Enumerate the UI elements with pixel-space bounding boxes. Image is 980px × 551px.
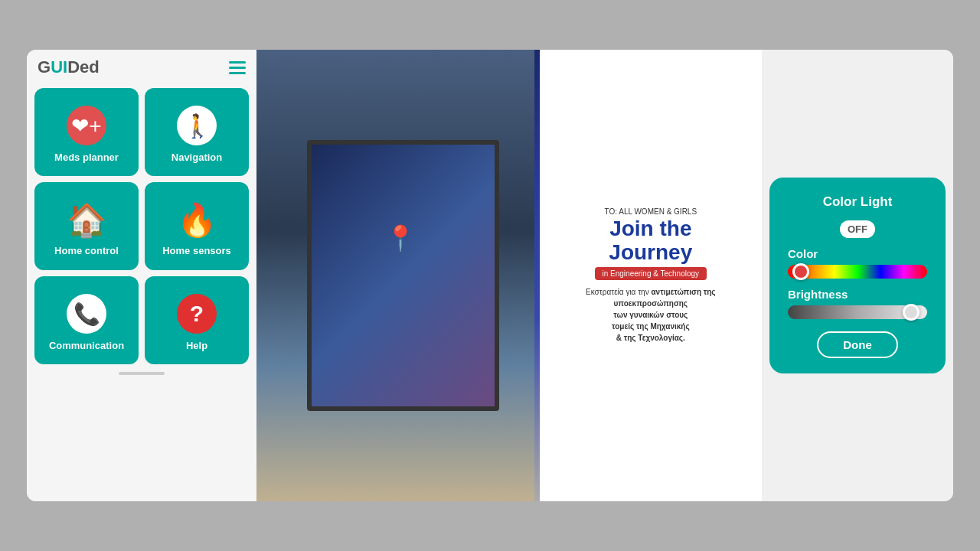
toggle-state-label: OFF (848, 223, 867, 235)
card-title: Color Light (823, 194, 893, 210)
walking-person-icon: 🚶 (177, 106, 217, 145)
navigation-label: Navigation (172, 152, 222, 163)
grid-item-home-sensors[interactable]: 🔥 Home sensors (145, 182, 249, 270)
poster-greek-text: Εκστρατεία για την αντιμετώπιση τηςυποεκ… (586, 286, 716, 344)
question-mark-icon: ? (177, 294, 217, 334)
color-slider-thumb (792, 263, 809, 280)
grid-item-navigation[interactable]: 🚶 Navigation (145, 88, 249, 176)
brightness-slider-thumb (903, 304, 920, 321)
house-icon: 🏠 (67, 201, 106, 239)
home-sensors-label: Home sensors (162, 245, 231, 256)
done-button[interactable]: Done (817, 331, 898, 358)
main-container: GUIDed ❤+ Meds planner 🚶 Navigati (27, 50, 953, 501)
color-light-card: Color Light OFF Color Brightness Done (769, 178, 946, 373)
hamburger-line-3 (229, 72, 246, 74)
app-grid: ❤+ Meds planner 🚶 Navigation 🏠 Home cont… (34, 88, 249, 364)
grid-item-help[interactable]: ? Help (145, 276, 249, 364)
help-label: Help (186, 340, 207, 351)
color-slider[interactable] (788, 265, 927, 279)
app-logo: GUIDed (38, 57, 100, 77)
brightness-section-label: Brightness (788, 288, 848, 301)
center-panel: TO: ALL WOMEN & GIRLS Join theJourney in… (256, 50, 762, 501)
help-icon-wrap: ? (177, 294, 217, 334)
poster-to-line: TO: ALL WOMEN & GIRLS (605, 207, 697, 216)
poster-bar-text: in Engineering & Technology (595, 267, 707, 280)
navigation-icon-wrap: 🚶 (177, 106, 217, 145)
right-panel: Color Light OFF Color Brightness Done (762, 50, 953, 501)
monitor-display: 📍 (307, 140, 499, 411)
home-control-label: Home control (54, 245, 119, 256)
logo-ui: UI (51, 57, 67, 77)
logo-ded: Ded (67, 57, 100, 77)
meds-planner-icon-wrap: ❤+ (67, 106, 106, 145)
header-row: GUIDed (34, 57, 249, 77)
communication-icon-wrap: 📞 (67, 294, 106, 334)
scroll-indicator (119, 372, 165, 375)
left-panel: GUIDed ❤+ Meds planner 🚶 Navigati (27, 50, 256, 501)
communication-label: Communication (49, 340, 124, 351)
map-pin-icon: 📍 (385, 223, 416, 253)
phone-bubble-icon: 📞 (67, 294, 106, 334)
meds-planner-label: Meds planner (54, 152, 119, 163)
join-journey-poster: TO: ALL WOMEN & GIRLS Join theJourney in… (540, 50, 762, 501)
hamburger-menu[interactable] (229, 61, 246, 74)
home-control-icon-wrap: 🏠 (67, 201, 106, 239)
fire-icon: 🔥 (177, 201, 217, 239)
grid-item-meds-planner[interactable]: ❤+ Meds planner (34, 88, 139, 176)
grid-item-home-control[interactable]: 🏠 Home control (34, 182, 139, 270)
heart-plus-icon: ❤+ (67, 106, 106, 145)
logo-g: G (38, 57, 51, 77)
toggle-button[interactable]: OFF (840, 220, 875, 238)
home-sensors-icon-wrap: 🔥 (177, 201, 217, 239)
color-section-label: Color (788, 247, 818, 260)
brightness-slider[interactable] (788, 305, 927, 319)
hamburger-line-2 (229, 67, 246, 69)
grid-item-communication[interactable]: 📞 Communication (34, 276, 139, 364)
main-image: TO: ALL WOMEN & GIRLS Join theJourney in… (256, 50, 762, 501)
hamburger-line-1 (229, 61, 246, 64)
poster-join-title: Join theJourney (609, 217, 692, 265)
monitor-screen: 📍 (312, 145, 495, 406)
